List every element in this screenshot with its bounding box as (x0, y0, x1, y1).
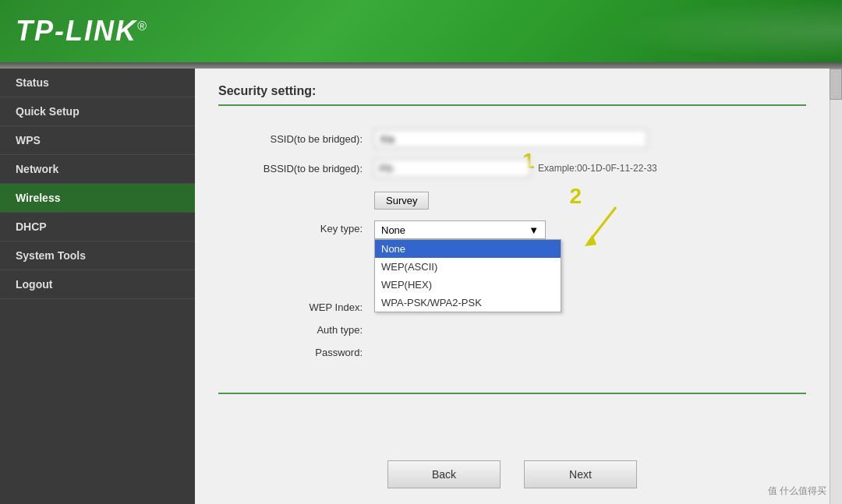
logo: TP-LINK® (16, 15, 148, 48)
dropdown-arrow-icon: ▼ (529, 224, 539, 236)
dropdown-option-none[interactable]: None (375, 240, 561, 258)
main-layout: Status Quick Setup WPS Network Wireless … (0, 69, 842, 504)
key-type-dropdown[interactable]: None ▼ (374, 220, 546, 239)
wep-index-label: WEP Index: (218, 301, 374, 313)
sidebar-item-dhcp[interactable]: DHCP (0, 213, 195, 241)
password-label: Password: (218, 347, 374, 358)
key-type-dropdown-list: None WEP(ASCII) WEP(HEX) WPA-PSK/WPA2-PS… (374, 239, 561, 312)
dropdown-option-wep-hex[interactable]: WEP(HEX) (375, 276, 561, 294)
bottom-area: Back Next (195, 449, 830, 504)
ssid-label: SSID(to be bridged): (218, 133, 374, 145)
sidebar-item-network[interactable]: Network (0, 155, 195, 184)
dropdown-option-wep-ascii[interactable]: WEP(ASCII) (375, 258, 561, 276)
sidebar-item-wps[interactable]: WPS (0, 126, 195, 155)
sidebar-item-logout[interactable]: Logout (0, 270, 195, 299)
content-area: Security setting: 1 SSID(to be bridged):… (195, 69, 842, 504)
header: TP-LINK® (0, 0, 842, 62)
sidebar-item-status[interactable]: Status (0, 69, 195, 97)
content-inner: Security setting: 1 SSID(to be bridged):… (195, 69, 830, 449)
form-area: 1 SSID(to be bridged): BSSID(to be bridg… (218, 122, 806, 377)
survey-button[interactable]: Survey (374, 192, 429, 210)
key-type-value: None (381, 224, 405, 236)
bssid-label: BSSID(to be bridged): (218, 163, 374, 174)
scrollbar-thumb[interactable] (830, 69, 842, 100)
back-button[interactable]: Back (387, 460, 501, 488)
scrollbar-track[interactable] (830, 69, 842, 504)
annotation-2: 2 (569, 184, 582, 209)
password-row: Password: (218, 347, 806, 358)
auth-type-row: Auth type: (218, 324, 806, 336)
ssid-input[interactable] (374, 129, 647, 148)
survey-row: Survey 2 (218, 189, 806, 210)
sidebar-item-wireless[interactable]: Wireless (0, 184, 195, 213)
auth-type-label: Auth type: (218, 324, 374, 336)
next-button[interactable]: Next (524, 460, 637, 488)
divider (218, 393, 806, 394)
watermark: 值 什么值得买 (768, 485, 826, 498)
key-type-row: Key type: None ▼ None WEP(ASCII) WEP(HEX… (218, 220, 806, 239)
key-type-label: Key type: (218, 220, 374, 234)
bssid-input[interactable] (374, 159, 530, 178)
dropdown-option-wpa-psk[interactable]: WPA-PSK/WPA2-PSK (375, 294, 561, 312)
sidebar-item-system-tools[interactable]: System Tools (0, 241, 195, 270)
section-title: Security setting: (218, 84, 806, 106)
sidebar: Status Quick Setup WPS Network Wireless … (0, 69, 195, 504)
annotation-arrow (585, 199, 655, 254)
bssid-example: Example:00-1D-0F-11-22-33 (538, 163, 657, 174)
header-separator (0, 62, 842, 69)
bssid-row: BSSID(to be bridged): Example:00-1D-0F-1… (218, 159, 806, 178)
sidebar-item-quick-setup[interactable]: Quick Setup (0, 97, 195, 126)
ssid-row: SSID(to be bridged): (218, 129, 806, 148)
key-type-dropdown-container: None ▼ None WEP(ASCII) WEP(HEX) WPA-PSK/… (374, 220, 546, 239)
